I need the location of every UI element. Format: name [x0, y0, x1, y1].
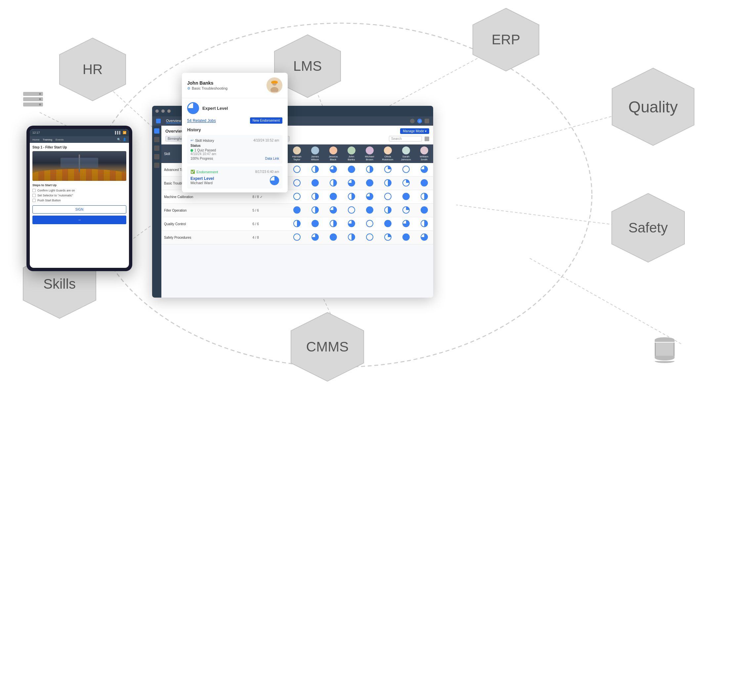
tablet-search-icon[interactable]: 🔍: [117, 138, 121, 141]
skill-cell: [402, 220, 410, 227]
endorsement-level-row: Expert Level Michael Ward: [190, 176, 279, 185]
skill-cell: [421, 220, 428, 227]
server-icon: [20, 86, 46, 112]
home-icon[interactable]: [156, 119, 161, 123]
col-olivia: Olivia Robinson: [379, 144, 397, 163]
tablet-checklist-item-2: Set Selector to "Automatic": [33, 194, 126, 197]
tablet-device: 12:17 ▌▌▌ 📶 Home Training Events 🔍 👤 Ste…: [27, 126, 132, 271]
skill-cell: [311, 234, 319, 241]
history-item-1: ↩ Skill History 4/10/24 10:52 am Status …: [187, 135, 283, 164]
table-row: Safety Procedures 4 / 8: [161, 231, 433, 244]
related-jobs-row: 54 Related Jobs New Endorsement: [187, 118, 283, 124]
tablet-sign-button[interactable]: SIGN: [33, 206, 126, 214]
skill-cell: [348, 179, 355, 186]
progress-row: 100% Progress Data Link: [190, 157, 279, 160]
manage-mode-button[interactable]: Manage Mode ▾: [400, 128, 429, 134]
skill-cell: [311, 206, 319, 214]
svg-rect-21: [271, 82, 278, 83]
skill-cell: [348, 234, 355, 241]
quiz-row: 1 Quiz Passed: [190, 149, 279, 152]
skill-cell: [311, 179, 319, 186]
sidebar-settings-icon[interactable]: [154, 146, 159, 151]
endorsement-circle-icon: [270, 176, 279, 185]
skill-cell: [366, 220, 373, 227]
safety-label: Safety: [628, 220, 668, 236]
hr-label: HR: [83, 61, 103, 77]
nav-overview[interactable]: Overview: [166, 119, 181, 123]
skill-name-4: Filler Operation: [164, 209, 186, 212]
skill-cell: [384, 193, 391, 200]
expert-level-row: Expert Level: [187, 102, 283, 114]
cmms-label: CMMS: [306, 339, 348, 355]
sidebar-tools-icon[interactable]: [154, 154, 159, 159]
svg-line-9: [529, 258, 681, 344]
skill-cell: [348, 220, 355, 227]
endorsement-label: Endorsement: [196, 170, 218, 174]
tablet-steps-title: Steps to Start Up: [33, 183, 126, 187]
skill-cell: [421, 193, 428, 200]
popup-body: Expert Level 54 Related Jobs New Endorse…: [182, 98, 288, 192]
database-icon-container: [655, 337, 674, 363]
checkbox-2[interactable]: [33, 194, 36, 197]
skill-history-label: ↩ Skill History: [190, 138, 214, 143]
skill-cell: [384, 166, 391, 173]
tablet-nav-training[interactable]: Training: [43, 138, 52, 141]
endorser-name: Michael Ward: [190, 181, 214, 185]
grid-view-icon[interactable]: [424, 137, 429, 141]
table-row: Quality Control 6 / 6: [161, 217, 433, 231]
profile-popup: John Banks ⚙ Basic Troubleshooting Exper…: [182, 73, 288, 192]
erp-hexagon: ERP: [470, 7, 542, 73]
skill-cell: [348, 166, 355, 173]
tablet-content: Step 1 - Filler Start Up Steps to Start …: [30, 143, 129, 227]
sidebar-gear-icon[interactable]: [154, 163, 159, 168]
tablet-nav-home[interactable]: Home: [33, 138, 39, 141]
user-nav-icon[interactable]: J: [417, 119, 422, 123]
skill-cell: [402, 193, 410, 200]
sidebar-edit-icon[interactable]: [154, 137, 159, 142]
history-label: History: [187, 128, 283, 132]
skill-cell: [348, 193, 355, 200]
skill-cell: [366, 166, 373, 173]
popup-header: John Banks ⚙ Basic Troubleshooting: [182, 73, 288, 98]
signal-icon: ▌▌▌: [115, 131, 121, 134]
skill-name-5: Quality Control: [164, 222, 186, 226]
skill-history-date: 4/10/24 10:52 am: [253, 139, 279, 142]
search-box[interactable]: Search: [389, 136, 422, 141]
status-label: Status: [190, 144, 279, 147]
tablet-next-button[interactable]: →: [33, 216, 126, 224]
capacity-6: 4 / 8: [250, 231, 288, 244]
data-link[interactable]: Data Link: [265, 157, 279, 160]
skill-cell: [348, 206, 355, 214]
col-hannah: Hannah Taylor: [288, 144, 306, 163]
checkbox-1[interactable]: [33, 189, 36, 192]
capacity-5: 6 / 6: [250, 217, 288, 231]
skills-label: Skills: [43, 276, 76, 292]
quiz-passed-dot: [190, 149, 193, 152]
hr-hexagon: HR: [56, 36, 129, 103]
skill-cell: [402, 179, 410, 186]
skill-cell: [384, 220, 391, 227]
titlebar-dot-1: [155, 109, 159, 113]
related-jobs-link[interactable]: 54 Related Jobs: [187, 118, 216, 123]
skill-cell: [366, 206, 373, 214]
sidebar-home-icon[interactable]: [154, 128, 159, 134]
endorsement-date: 8/17/23 6:40 am: [255, 170, 279, 174]
left-sidebar: [152, 126, 161, 298]
skill-cell: [402, 234, 410, 241]
search-nav-icon[interactable]: [410, 119, 415, 123]
server-icon-container: [20, 86, 46, 112]
skill-cell: [366, 193, 373, 200]
skill-cell: [421, 234, 428, 241]
skill-history-text: Skill History: [195, 139, 214, 143]
titlebar-dot-2: [161, 109, 165, 113]
tablet-nav-events[interactable]: Events: [55, 138, 64, 141]
checkbox-3[interactable]: [33, 199, 36, 202]
new-endorsement-button[interactable]: New Endorsement: [250, 118, 283, 124]
database-icon: [655, 337, 674, 363]
history-row-1: ↩ Skill History 4/10/24 10:52 am: [190, 138, 279, 143]
lms-label: LMS: [293, 58, 322, 74]
popup-skill-tag: ⚙ Basic Troubleshooting: [187, 86, 263, 91]
tablet-user-icon[interactable]: 👤: [123, 138, 126, 141]
tablet-inner: 12:17 ▌▌▌ 📶 Home Training Events 🔍 👤 Ste…: [30, 129, 129, 268]
menu-nav-icon[interactable]: [424, 119, 429, 123]
